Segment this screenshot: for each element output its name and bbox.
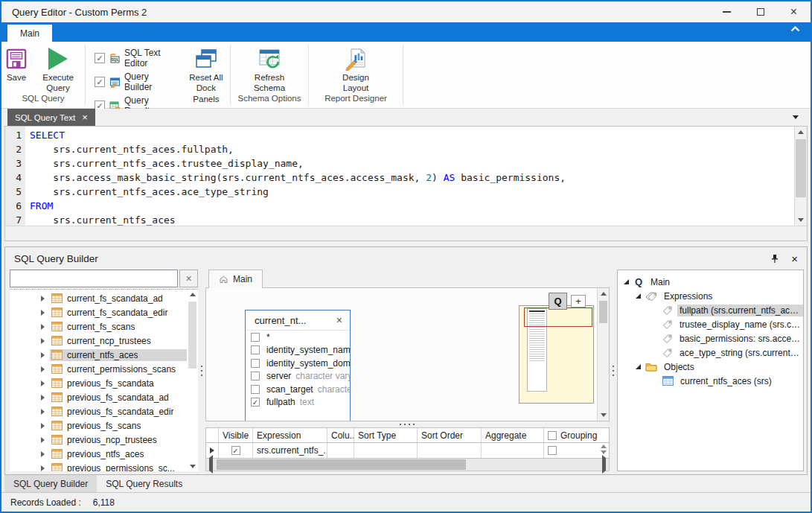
close-button[interactable]: × — [777, 1, 811, 22]
expand-arrow-icon[interactable] — [41, 423, 45, 429]
splitter-right[interactable] — [610, 270, 617, 471]
scroll-up-icon[interactable] — [795, 130, 807, 134]
save-button[interactable]: Save — [1, 45, 31, 83]
expand-arrow-icon[interactable] — [41, 437, 45, 443]
clear-search-button[interactable]: × — [179, 270, 198, 287]
ribbon-tab-main[interactable]: Main — [7, 25, 52, 42]
grid-column-header[interactable]: Expression — [253, 428, 327, 442]
row-spinner[interactable] — [601, 445, 607, 454]
table-tree-item[interactable]: current_fs_scandata_edir — [10, 305, 187, 319]
editor-vertical-scrollbar[interactable] — [794, 127, 807, 226]
visible-cell[interactable] — [219, 443, 253, 458]
minimize-button[interactable] — [710, 1, 744, 22]
grid-row[interactable]: srs.current_ntfs_... — [205, 443, 610, 459]
splitter-grid[interactable] — [205, 421, 610, 427]
expand-arrow-icon[interactable] — [41, 310, 45, 316]
column-checkbox[interactable] — [251, 372, 260, 380]
empty-cell[interactable] — [418, 443, 482, 458]
design-layout-button[interactable]: Design Layout — [329, 45, 383, 94]
dock-tab-sql-query-results[interactable]: SQL Query Results — [97, 475, 191, 492]
card-column-row[interactable]: servercharacter vary — [246, 370, 350, 383]
table-tree-item[interactable]: previous_fs_scandata — [10, 376, 187, 390]
checkbox-icon[interactable] — [95, 77, 105, 87]
expand-arrow-icon[interactable] — [41, 380, 45, 386]
tables-scrollbar[interactable] — [187, 290, 198, 471]
scroll-up-icon[interactable] — [187, 293, 198, 296]
table-tree-item[interactable]: previous_fs_scandata_edir — [10, 404, 187, 418]
expand-arrow-icon[interactable] — [41, 465, 45, 471]
maximize-button[interactable] — [744, 1, 777, 22]
expand-arrow-icon[interactable] — [41, 338, 45, 344]
tab-list-dropdown-icon[interactable] — [793, 115, 799, 119]
expand-arrow-icon[interactable] — [41, 352, 45, 358]
empty-cell[interactable] — [327, 443, 354, 458]
expand-arrow-icon[interactable] — [41, 395, 45, 401]
canvas-vertical-scrollbar[interactable] — [597, 288, 609, 421]
grid-column-header[interactable]: Colu... — [327, 428, 354, 442]
outline-node[interactable]: basic_permissions: srs.access_m... — [618, 331, 803, 345]
query-button[interactable]: Q — [549, 293, 567, 310]
table-tree-item[interactable]: current_ncp_trustees — [10, 334, 187, 348]
table-search-input[interactable] — [10, 270, 178, 287]
expanded-arrow-icon[interactable] — [636, 293, 641, 299]
pin-icon[interactable] — [770, 254, 779, 264]
checkbox-sql-text-editor[interactable]: SQL SQL Text Editor — [95, 48, 175, 68]
expression-cell[interactable]: srs.current_ntfs_... — [253, 443, 327, 458]
scroll-down-icon[interactable] — [187, 465, 198, 468]
table-tree-item[interactable]: previous_permissions_sc... — [10, 461, 187, 471]
outline-node[interactable]: ace_type_string (srs.current_nt... — [618, 345, 803, 360]
diagram-canvas[interactable]: current_nt... × *identity_system_nameide… — [205, 287, 610, 421]
table-card[interactable]: current_nt... × *identity_system_nameide… — [245, 310, 351, 421]
visible-checkbox[interactable] — [231, 446, 240, 455]
grid-column-header[interactable]: Aggregate — [482, 428, 544, 442]
column-checkbox[interactable] — [251, 333, 260, 342]
grid-column-header[interactable]: Visible — [219, 428, 253, 442]
card-column-row[interactable]: * — [246, 331, 350, 344]
reset-dock-panels-button[interactable]: Reset All Dock Panels — [182, 45, 230, 104]
diagram-tab-main[interactable]: Main — [208, 270, 263, 288]
table-tree-item[interactable]: previous_ntfs_aces — [10, 447, 187, 461]
scrollbar-thumb[interactable] — [188, 302, 196, 369]
close-card-icon[interactable]: × — [336, 314, 342, 326]
grouping-cell[interactable] — [544, 443, 609, 458]
scrollbar-thumb[interactable] — [599, 301, 607, 323]
column-checkbox[interactable] — [251, 345, 260, 354]
card-column-row[interactable]: identity_system_doma — [246, 357, 350, 370]
outline-node[interactable]: Objects — [618, 360, 803, 374]
scroll-up-icon[interactable] — [598, 292, 609, 296]
outline-node[interactable]: current_ntfs_aces (srs) — [618, 374, 803, 388]
outline-node[interactable]: QMain — [618, 275, 803, 289]
refresh-schema-button[interactable]: Refresh Schema — [243, 45, 296, 94]
scrollbar-thumb[interactable] — [796, 139, 806, 197]
execute-query-button[interactable]: Execute Query — [31, 45, 85, 94]
scroll-left-icon[interactable] — [209, 458, 213, 471]
grid-column-header[interactable]: Sort Order — [418, 428, 482, 442]
expand-arrow-icon[interactable] — [41, 366, 45, 372]
close-tab-icon[interactable]: × — [82, 112, 88, 123]
outline-node[interactable]: trustee_display_name (srs.curre... — [618, 317, 803, 331]
checkbox-query-builder[interactable]: Query Builder — [95, 71, 175, 92]
grouping-checkbox[interactable] — [548, 446, 557, 455]
scroll-down-icon[interactable] — [795, 218, 807, 222]
table-tree-item[interactable]: current_permissions_scans — [10, 362, 187, 376]
grid-column-header[interactable]: Sort Type — [354, 428, 418, 442]
scrollbar-thumb[interactable] — [217, 459, 466, 470]
checkbox-icon[interactable] — [95, 53, 105, 63]
outline-node[interactable]: Expressions — [618, 289, 803, 303]
scroll-down-icon[interactable] — [598, 413, 609, 417]
add-query-button[interactable]: + — [571, 295, 586, 308]
editor-horizontal-scrollbar[interactable] — [5, 226, 807, 240]
expand-arrow-icon[interactable] — [41, 451, 45, 457]
table-tree-item[interactable]: current_fs_scandata_ad — [10, 291, 187, 305]
table-tree-item[interactable]: previous_fs_scans — [10, 418, 187, 433]
card-column-row[interactable]: identity_system_name — [246, 344, 350, 357]
tab-sql-query-text[interactable]: SQL Query Text × — [7, 109, 95, 126]
card-column-row[interactable]: fullpathtext — [246, 396, 350, 410]
card-column-row[interactable]: scan_targetcharacte — [246, 383, 350, 396]
empty-cell[interactable] — [354, 443, 418, 458]
table-tree-item[interactable]: current_fs_scans — [10, 319, 187, 334]
table-tree-item[interactable]: previous_ncp_trustees — [10, 433, 187, 447]
empty-cell[interactable] — [482, 443, 544, 458]
outline-node[interactable]: fullpath (srs.current_ntfs_aces) — [618, 303, 803, 317]
grid-horizontal-scrollbar[interactable] — [205, 459, 610, 471]
